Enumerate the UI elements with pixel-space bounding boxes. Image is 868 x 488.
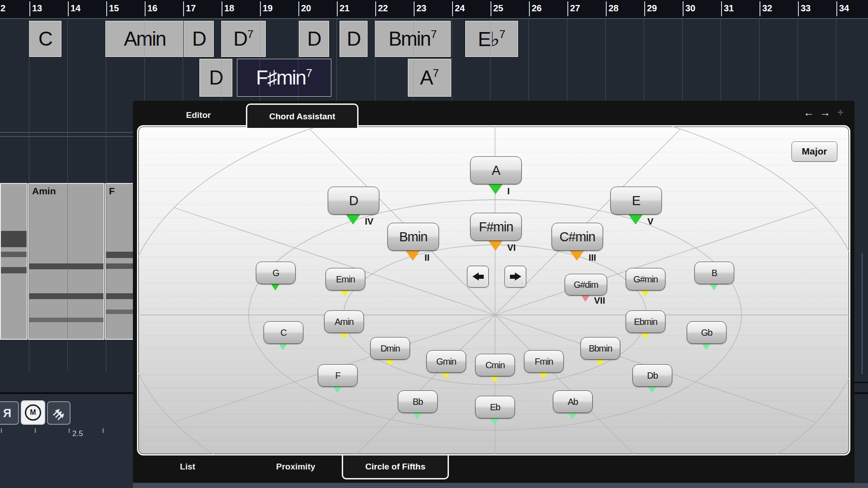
circle-chord-button-Gmin[interactable]: Gmin <box>426 350 466 373</box>
chord-button-label: Dmin <box>381 343 400 354</box>
midi-part[interactable] <box>0 183 28 340</box>
chord-event-label: E♭ <box>478 28 499 51</box>
bar-number: 26 <box>532 3 542 14</box>
chord-event[interactable]: D <box>299 21 329 57</box>
circle-chord-button-Fmin[interactable]: Fmin <box>524 350 564 373</box>
left-arrow-icon <box>472 272 484 281</box>
circle-chord-button-Gb[interactable]: Gb <box>687 321 726 344</box>
bottom-strip <box>133 483 868 488</box>
bar-number: 34 <box>839 3 849 14</box>
left-step-button[interactable] <box>467 266 489 287</box>
chord-button-label: G#min <box>633 274 658 285</box>
circle-chord-button-E[interactable]: E <box>610 187 662 215</box>
bar-number: 27 <box>570 3 580 14</box>
mute-m-button[interactable]: M <box>21 400 45 425</box>
circle-chord-button-Gmin[interactable]: G#min <box>626 268 665 291</box>
bar-number: 22 <box>378 3 388 14</box>
circle-chord-button-Ebmin[interactable]: Ebmin <box>626 310 665 333</box>
tab-circle-of-fifths[interactable]: Circle of Fifths <box>342 455 449 479</box>
circle-chord-button-Fmin[interactable]: F#min <box>470 213 522 241</box>
circle-chord-button-Gdim[interactable]: G#dim <box>565 274 607 296</box>
chord-event-label: Amin <box>124 28 165 50</box>
chord-event-extension: 7 <box>306 67 312 80</box>
chord-event-extension: 7 <box>247 28 254 41</box>
midi-note-stripe <box>29 263 104 269</box>
chord-event[interactable]: Amin <box>105 21 184 57</box>
chord-button-label: Amin <box>335 317 354 327</box>
back-arrow-icon[interactable]: ← <box>803 106 814 119</box>
bar-tick <box>183 1 184 16</box>
chord-button-label: Fmin <box>535 357 553 367</box>
circle-chord-button-B[interactable]: B <box>694 262 734 284</box>
circle-chord-button-Bb[interactable]: Bb <box>398 390 438 413</box>
chord-button-label: Bmin <box>399 230 427 244</box>
track-divider-line <box>0 136 133 137</box>
midi-note-stripe <box>106 252 134 258</box>
track-divider-line <box>0 132 133 133</box>
bottom-tab-bar: List Proximity Circle of Fifths <box>133 455 854 483</box>
chord-button-label: E <box>632 193 640 208</box>
circle-chord-button-Cmin[interactable]: Cmin <box>475 354 515 376</box>
chord-event[interactable]: D <box>184 21 214 57</box>
bar-number: 16 <box>147 3 157 14</box>
circle-chord-button-Emin[interactable]: Emin <box>326 268 365 291</box>
right-arrow-icon <box>510 272 521 281</box>
chord-event[interactable]: D <box>199 59 232 97</box>
right-step-button[interactable] <box>505 266 526 287</box>
midi-part[interactable]: F <box>105 183 135 340</box>
chord-event-extension: 7 <box>499 28 505 41</box>
chord-event[interactable]: Bmin7 <box>375 21 451 57</box>
chord-event[interactable]: D <box>340 21 368 57</box>
circle-chord-button-Db[interactable]: Db <box>632 364 672 387</box>
circle-chord-button-Eb[interactable]: Eb <box>475 396 515 418</box>
circle-chord-button-F[interactable]: F <box>318 364 358 387</box>
tab-proximity[interactable]: Proximity <box>269 460 323 474</box>
scale-degree-numeral: V <box>647 216 653 227</box>
bar-number: 24 <box>455 3 465 14</box>
chord-button-label: D <box>349 193 358 208</box>
midi-part[interactable]: Amin <box>28 183 104 340</box>
chord-event[interactable]: A7 <box>408 59 451 97</box>
forward-arrow-icon[interactable]: → <box>820 106 830 119</box>
chord-event-label: D <box>192 28 206 50</box>
circle-chord-button-Ab[interactable]: Ab <box>553 390 593 413</box>
chord-assistant-panel: Editor Chord Assistant ← → + Major AIDIV… <box>133 101 854 483</box>
ruler-tick <box>1 428 2 433</box>
tab-editor[interactable]: Editor <box>151 105 246 125</box>
chord-button-label: Cmin <box>486 360 505 371</box>
chord-button-label: Ebmin <box>634 317 657 327</box>
circle-chord-button-Amin[interactable]: Amin <box>324 310 364 333</box>
midi-note-stripe <box>29 293 104 299</box>
scale-mode-button[interactable]: Major <box>792 141 837 161</box>
circle-chord-button-Bbmin[interactable]: Bbmin <box>580 337 620 360</box>
bar-tick <box>106 1 107 16</box>
chord-button-label: Db <box>647 371 658 381</box>
timeline-ruler[interactable]: 2131415161718192021222324252627282930313… <box>0 0 868 19</box>
tab-chord-assistant[interactable]: Chord Assistant <box>246 103 359 128</box>
bar-tick <box>836 1 837 16</box>
circle-chord-button-Dmin[interactable]: Dmin <box>370 337 410 360</box>
chord-event-label: D <box>347 28 360 50</box>
chord-event[interactable]: C <box>29 21 61 57</box>
circle-chord-button-D[interactable]: D <box>328 187 379 215</box>
circle-chord-button-A[interactable]: A <box>470 156 522 184</box>
bar-tick <box>29 1 30 16</box>
bar-number: 15 <box>109 3 119 14</box>
circle-chord-button-G[interactable]: G <box>256 262 296 284</box>
circle-chord-button-C[interactable]: C <box>264 321 303 344</box>
chord-button-label: G#dim <box>574 280 598 290</box>
chord-event[interactable]: F♯min7 <box>237 59 331 97</box>
diagonal-arrows-button[interactable] <box>47 401 71 425</box>
circle-chord-button-Cmin[interactable]: C#min <box>552 223 603 251</box>
bar-tick <box>529 1 530 16</box>
plus-icon[interactable]: + <box>837 106 844 119</box>
bar-tick <box>567 1 568 16</box>
chord-button-label: Bb <box>413 397 423 407</box>
circle-chord-button-Bmin[interactable]: Bmin <box>387 223 439 251</box>
chord-event[interactable]: E♭7 <box>465 21 518 57</box>
scale-degree-numeral: III <box>589 253 596 263</box>
mirrored-r-button[interactable]: Я <box>0 401 19 425</box>
bar-number: 32 <box>762 3 772 14</box>
diagonal-arrows-icon <box>52 406 66 420</box>
tab-list[interactable]: List <box>165 460 210 474</box>
